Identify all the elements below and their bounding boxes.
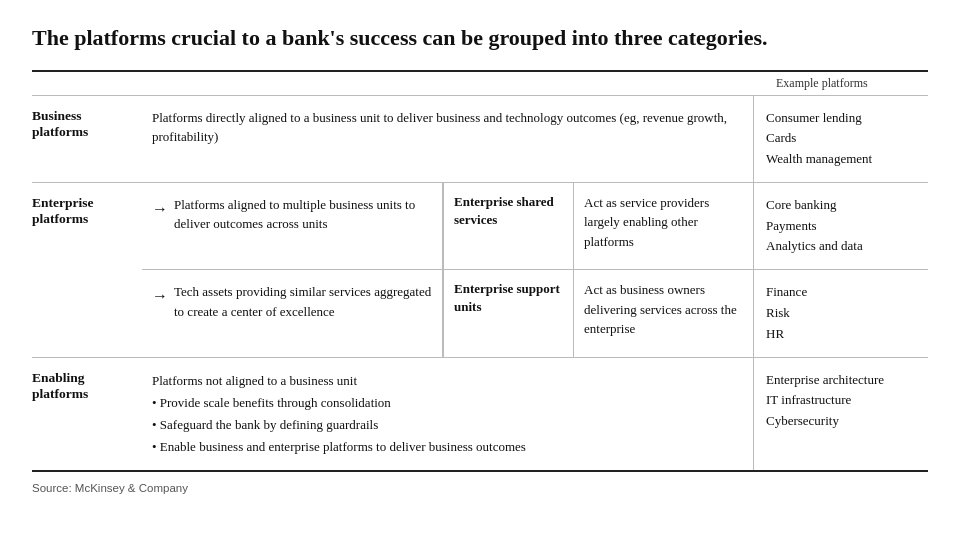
enterprise-example-s3: Analytics and data xyxy=(766,236,920,257)
enterprise-subdesc: Act as service providers largely enablin… xyxy=(573,183,753,357)
business-example-1: Consumer lending xyxy=(766,108,920,129)
enterprise-example-p2: Risk xyxy=(766,303,920,324)
business-desc-text: Platforms directly aligned to a business… xyxy=(152,108,743,147)
enabling-bullet2: • Safeguard the bank by defining guardra… xyxy=(152,414,743,436)
business-examples: Consumer lending Cards Wealth management xyxy=(753,96,928,182)
enabling-bullet1: • Provide scale benefits through consoli… xyxy=(152,392,743,414)
enabling-bullet0: Platforms not aligned to a business unit xyxy=(152,370,743,392)
source-text: Source: McKinsey & Company xyxy=(32,482,928,494)
main-title: The platforms crucial to a bank's succes… xyxy=(32,24,928,52)
shared-services-label: Enterprise shared services xyxy=(444,183,573,270)
enterprise-sublabels: Enterprise shared services Enterprise su… xyxy=(443,183,573,357)
examples-header: Example platforms xyxy=(768,76,928,91)
enterprise-sub1-text: Platforms aligned to multiple business u… xyxy=(174,195,432,234)
business-example-2: Cards xyxy=(766,128,920,149)
enterprise-example-p3: HR xyxy=(766,324,920,345)
enterprise-sub2: → Tech assets providing similar services… xyxy=(142,270,442,356)
business-example-3: Wealth management xyxy=(766,149,920,170)
business-description: Platforms directly aligned to a business… xyxy=(142,96,753,182)
enabling-description: Platforms not aligned to a business unit… xyxy=(142,358,753,470)
enabling-examples: Enterprise architecture IT infrastructur… xyxy=(753,358,928,470)
enterprise-example-s2: Payments xyxy=(766,216,920,237)
enabling-category: Enabling platforms xyxy=(32,358,142,470)
enterprise-examples-shared: Core banking Payments Analytics and data xyxy=(754,183,928,270)
shared-services-desc: Act as service providers largely enablin… xyxy=(574,183,753,270)
header-row: Example platforms xyxy=(32,72,928,96)
enterprise-example-p1: Finance xyxy=(766,282,920,303)
business-category: Business platforms xyxy=(32,96,142,182)
enterprise-category: Enterprise platforms xyxy=(32,183,142,357)
support-units-desc: Act as business owners delivering servic… xyxy=(574,270,753,356)
arrow2: → xyxy=(152,284,168,308)
enabling-row: Enabling platforms Platforms not aligned… xyxy=(32,358,928,470)
arrow1: → xyxy=(152,197,168,221)
enterprise-examples-support: Finance Risk HR xyxy=(754,270,928,356)
enabling-bullet3: • Enable business and enterprise platfor… xyxy=(152,436,743,458)
enterprise-examples: Core banking Payments Analytics and data… xyxy=(753,183,928,357)
enterprise-sub1: → Platforms aligned to multiple business… xyxy=(142,183,442,270)
enterprise-sub2-text: Tech assets providing similar services a… xyxy=(174,282,432,321)
table-bottom-border xyxy=(32,470,928,472)
business-row: Business platforms Platforms directly al… xyxy=(32,96,928,183)
enterprise-example-s1: Core banking xyxy=(766,195,920,216)
enabling-example-3: Cybersecurity xyxy=(766,411,920,432)
support-units-label: Enterprise support units xyxy=(444,270,573,356)
table: Example platforms Business platforms Pla… xyxy=(32,70,928,473)
enabling-example-2: IT infrastructure xyxy=(766,390,920,411)
enterprise-row: Enterprise platforms → Platforms aligned… xyxy=(32,183,928,358)
enabling-example-1: Enterprise architecture xyxy=(766,370,920,391)
